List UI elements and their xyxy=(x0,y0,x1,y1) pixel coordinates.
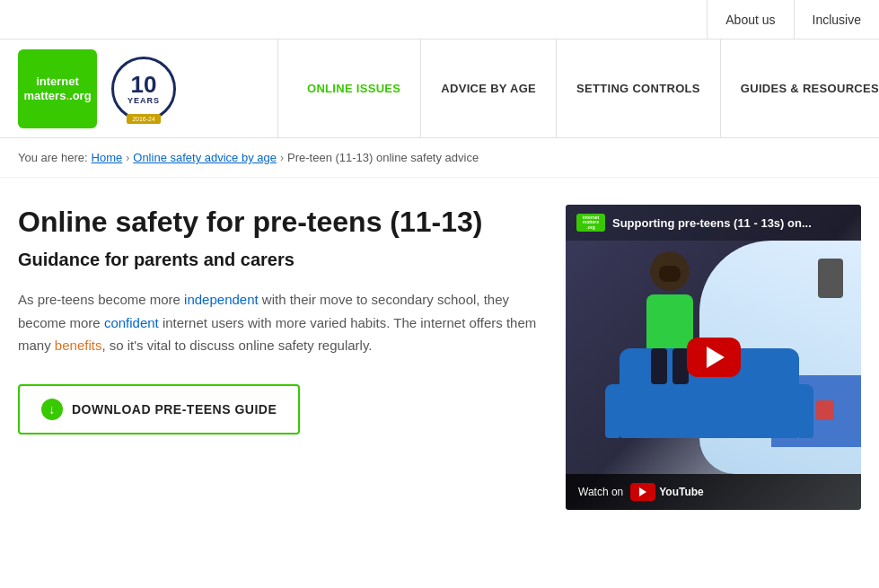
content-right: internetmatters.org Supporting pre-teens… xyxy=(566,205,861,510)
video-phone xyxy=(818,259,843,298)
years-label: YEARS xyxy=(127,96,160,105)
youtube-play-icon xyxy=(639,487,646,496)
download-icon: ↓ xyxy=(41,399,63,420)
logo-text-internet: internet xyxy=(36,75,79,89)
desc-confident: confident xyxy=(104,315,159,330)
play-triangle-icon xyxy=(707,347,725,368)
page-description: As pre-teens become more independent wit… xyxy=(18,288,539,357)
years-badge: 10 YEARS 2016-24 xyxy=(111,57,176,121)
inclusive-link[interactable]: Inclusive xyxy=(794,0,879,39)
youtube-bar: Watch on YouTube xyxy=(566,474,861,510)
content-left: Online safety for pre-teens (11-13) Guid… xyxy=(18,205,539,510)
breadcrumb-online-safety[interactable]: Online safety advice by age xyxy=(133,151,277,164)
nav-setting-controls[interactable]: SETTING CONTROLS xyxy=(557,39,721,137)
page-subtitle: Guidance for parents and carers xyxy=(18,250,539,270)
main-nav: ONLINE ISSUES ADVICE BY AGE SETTING CONT… xyxy=(278,39,879,137)
video-title: Supporting pre-teens (11 - 13s) on... xyxy=(612,216,812,230)
nav-online-issues[interactable]: ONLINE ISSUES xyxy=(287,39,421,137)
youtube-icon xyxy=(630,483,655,501)
video-scene xyxy=(566,241,861,474)
video-background: internetmatters.org Supporting pre-teens… xyxy=(566,205,861,510)
youtube-logo: YouTube xyxy=(630,483,704,501)
years-number: 10 xyxy=(131,73,157,96)
desc-independent: independent xyxy=(184,292,259,307)
download-btn-label: DOWNLOAD PRE-TEENS GUIDE xyxy=(72,402,277,417)
play-button[interactable] xyxy=(687,338,741,377)
breadcrumb-home[interactable]: Home xyxy=(92,151,123,164)
person-head xyxy=(650,251,690,291)
logo-matters: matters xyxy=(23,89,66,102)
site-header: internet matters..org 10 YEARS 2016-24 O… xyxy=(0,39,879,138)
page-title: Online safety for pre-teens (11-13) xyxy=(18,205,539,239)
download-button[interactable]: ↓ DOWNLOAD PRE-TEENS GUIDE xyxy=(18,384,300,434)
logo-org: .org xyxy=(69,89,92,102)
video-logo-text: internetmatters.org xyxy=(583,215,599,231)
top-utility-bar: About us Inclusive xyxy=(0,0,879,39)
years-ribbon: 2016-24 xyxy=(127,114,161,124)
breadcrumb-arrow-1: › xyxy=(126,152,129,164)
breadcrumb-current: Pre-teen (11-13) online safety advice xyxy=(287,151,479,164)
breadcrumb-arrow-2: › xyxy=(280,152,284,164)
nav-guides-resources[interactable]: GUIDES & RESOURCES xyxy=(721,39,879,137)
nav-advice-by-age[interactable]: ADVICE BY AGE xyxy=(421,39,557,137)
person-leg-left xyxy=(651,348,667,384)
logo-area: internet matters..org 10 YEARS 2016-24 xyxy=(0,39,278,137)
breadcrumb: You are here: Home › Online safety advic… xyxy=(0,138,879,178)
video-logo: internetmatters.org xyxy=(576,214,605,232)
breadcrumb-label: You are here: xyxy=(18,151,88,164)
video-mug xyxy=(816,400,834,420)
video-top-bar: internetmatters.org Supporting pre-teens… xyxy=(566,205,861,241)
about-us-link[interactable]: About us xyxy=(707,0,793,39)
watch-on-text: Watch on xyxy=(578,486,623,498)
logo-text-matters: matters..org xyxy=(23,89,91,103)
main-content: Online safety for pre-teens (11-13) Guid… xyxy=(0,178,879,546)
video-container[interactable]: internetmatters.org Supporting pre-teens… xyxy=(566,205,861,510)
person-body xyxy=(646,294,693,348)
youtube-text: YouTube xyxy=(659,486,704,498)
desc-benefits: benefits xyxy=(55,338,102,353)
site-logo[interactable]: internet matters..org xyxy=(18,49,97,128)
